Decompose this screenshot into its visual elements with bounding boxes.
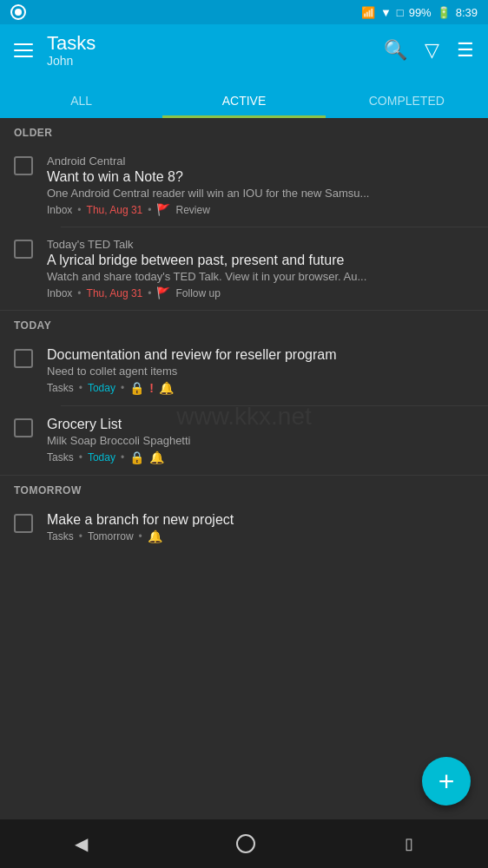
- task-body: Need to collet agent items: [47, 365, 474, 378]
- section-header-today: TODAY: [0, 311, 488, 337]
- task-checkbox[interactable]: [14, 349, 33, 368]
- flag-icon: 🚩: [156, 286, 170, 299]
- task-content: Android Central Want to win a Note 8? On…: [47, 155, 474, 216]
- task-tag: Review: [175, 204, 209, 216]
- battery-icon: 🔋: [437, 6, 451, 19]
- task-source: Android Central: [47, 155, 474, 168]
- status-bar: 📶 ▼ □ 99% 🔋 8:39: [0, 0, 488, 24]
- task-title: A lyrical bridge between past, present a…: [47, 253, 474, 268]
- task-content: Grocery List Milk Soap Broccoli Spaghett…: [47, 417, 474, 464]
- task-item[interactable]: Documentation and review for reseller pr…: [0, 337, 488, 405]
- app-bar: Tasks John 🔍 ▽ ☰: [0, 24, 488, 76]
- wifi-icon: ▼: [380, 6, 392, 19]
- battery-level: 99%: [409, 6, 432, 19]
- task-list: OLDER Android Central Want to win a Note…: [0, 118, 488, 554]
- task-meta: Tasks • Today • 🔒 🔔: [47, 450, 474, 464]
- task-date: Tomorrow: [88, 530, 134, 542]
- task-content: Today's TED Talk A lyrical bridge betwee…: [47, 238, 474, 299]
- task-item[interactable]: Today's TED Talk A lyrical bridge betwee…: [0, 227, 488, 310]
- tab-active[interactable]: ACTIVE: [162, 83, 325, 118]
- signal-icon: □: [397, 6, 404, 19]
- tab-completed[interactable]: COMPLETED: [326, 83, 488, 118]
- filter-button[interactable]: ▽: [425, 41, 439, 60]
- task-content: Make a branch for new project Tasks • To…: [47, 512, 474, 543]
- task-item[interactable]: Android Central Want to win a Note 8? On…: [0, 144, 488, 227]
- tab-all[interactable]: ALL: [0, 83, 162, 118]
- task-location: Tasks: [47, 530, 74, 542]
- task-title: Make a branch for new project: [47, 512, 474, 528]
- add-icon: +: [439, 767, 455, 795]
- sort-button[interactable]: ☰: [457, 41, 474, 60]
- tab-bar: ALL ACTIVE COMPLETED: [0, 76, 488, 118]
- home-button[interactable]: [236, 834, 255, 853]
- circle-status-icon: [10, 4, 26, 20]
- task-body: One Android Central reader will win an I…: [47, 187, 474, 200]
- task-body: Milk Soap Broccoli Spaghetti: [47, 434, 474, 447]
- task-location: Inbox: [47, 287, 72, 299]
- task-meta: Inbox • Thu, Aug 31 • 🚩 Follow up: [47, 286, 474, 299]
- menu-button[interactable]: [14, 43, 33, 57]
- section-header-tomorrow: TOMORROW: [0, 476, 488, 502]
- app-bar-actions: 🔍 ▽ ☰: [384, 41, 474, 60]
- priority-icon: !: [149, 381, 154, 395]
- task-location: Tasks: [47, 382, 74, 394]
- task-content: Documentation and review for reseller pr…: [47, 347, 474, 395]
- app-title: Tasks: [47, 33, 370, 54]
- bluetooth-icon: 📶: [361, 6, 375, 19]
- task-date: Thu, Aug 31: [87, 204, 143, 216]
- nav-bar: ◀ ▯: [0, 819, 488, 868]
- task-meta: Inbox • Thu, Aug 31 • 🚩 Review: [47, 203, 474, 216]
- task-checkbox[interactable]: [14, 240, 33, 259]
- task-date: Today: [88, 451, 115, 464]
- task-meta: Tasks • Today • 🔒 ! 🔔: [47, 381, 474, 395]
- flag-icon: 🚩: [156, 203, 170, 216]
- status-right: 📶 ▼ □ 99% 🔋 8:39: [361, 6, 478, 19]
- app-title-group: Tasks John: [47, 33, 370, 68]
- task-tag: Follow up: [175, 287, 220, 299]
- bell-icon: 🔔: [159, 381, 174, 395]
- task-location: Inbox: [47, 204, 72, 216]
- task-location: Tasks: [47, 451, 74, 464]
- task-checkbox[interactable]: [14, 514, 33, 533]
- back-button[interactable]: ◀: [75, 833, 88, 854]
- recents-button[interactable]: ▯: [405, 834, 413, 853]
- task-item[interactable]: Make a branch for new project Tasks • To…: [0, 502, 488, 554]
- lock-icon: 🔒: [129, 450, 144, 464]
- task-title: Documentation and review for reseller pr…: [47, 347, 474, 363]
- task-source: Today's TED Talk: [47, 238, 474, 251]
- status-left: [10, 4, 26, 20]
- task-date: Thu, Aug 31: [87, 287, 143, 299]
- task-checkbox[interactable]: [14, 156, 33, 175]
- task-title: Want to win a Note 8?: [47, 169, 474, 185]
- task-checkbox[interactable]: [14, 418, 33, 437]
- task-item[interactable]: Grocery List Milk Soap Broccoli Spaghett…: [0, 406, 488, 475]
- lock-icon: 🔒: [129, 381, 144, 395]
- app-subtitle: John: [47, 54, 370, 68]
- task-meta: Tasks • Tomorrow • 🔔: [47, 529, 474, 543]
- task-title: Grocery List: [47, 417, 474, 432]
- section-header-older: OLDER: [0, 118, 488, 144]
- task-body: Watch and share today's TED Talk. View i…: [47, 270, 474, 283]
- bell-icon: 🔔: [148, 529, 162, 543]
- clock: 8:39: [456, 6, 478, 19]
- bell-icon: 🔔: [149, 450, 164, 464]
- search-button[interactable]: 🔍: [384, 41, 407, 60]
- add-task-fab[interactable]: +: [422, 757, 471, 806]
- task-date: Today: [88, 382, 115, 394]
